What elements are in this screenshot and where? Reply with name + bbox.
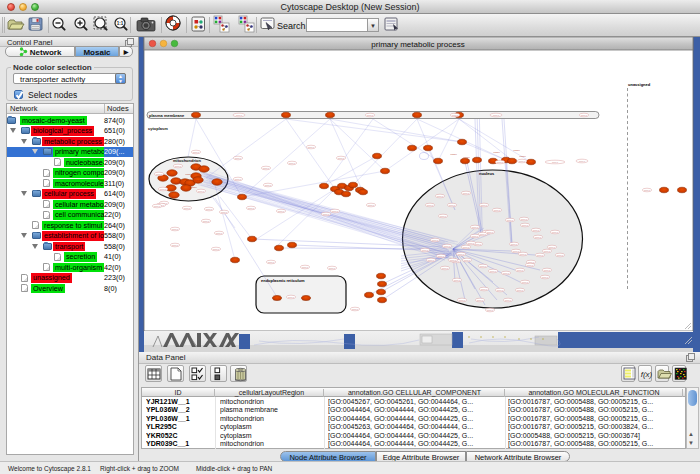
svg-text:Gma-1: Gma-1: [549, 246, 556, 248]
svg-text:Gma-1: Gma-1: [463, 192, 470, 194]
svg-text:xGOxx: xGOxx: [185, 173, 193, 175]
svg-text:Gma-1: Gma-1: [268, 261, 275, 263]
svg-text:primary metabolic process: primary metabolic process: [371, 40, 464, 49]
svg-text:Gma-1: Gma-1: [263, 167, 270, 169]
svg-text:Gma-1: Gma-1: [472, 235, 479, 237]
svg-text:Gma-1: Gma-1: [459, 299, 466, 301]
svg-text:Gma-1: Gma-1: [519, 160, 526, 162]
svg-text:1:1: 1:1: [117, 21, 124, 26]
svg-text:Gma-1: Gma-1: [329, 267, 336, 269]
svg-text:Gma-1: Gma-1: [517, 289, 524, 291]
svg-text:Gma-1: Gma-1: [528, 261, 535, 263]
svg-text:Gma-1: Gma-1: [235, 157, 242, 159]
svg-text:xGOxx: xGOxx: [450, 153, 458, 155]
svg-text:xGOxx: xGOxx: [463, 156, 471, 158]
svg-text:Gma-1: Gma-1: [481, 204, 488, 206]
svg-text:Gma-1: Gma-1: [522, 224, 529, 226]
svg-text:Gma-1: Gma-1: [216, 232, 223, 234]
svg-text:Gma-1: Gma-1: [221, 211, 228, 213]
svg-text:Gma-1: Gma-1: [213, 248, 220, 250]
svg-text:Gma-1: Gma-1: [332, 210, 339, 212]
svg-text:Gma-1: Gma-1: [454, 279, 461, 281]
svg-text:Gma-1: Gma-1: [521, 218, 528, 220]
svg-text:Gma-1: Gma-1: [160, 188, 167, 190]
svg-text:Gma-1: Gma-1: [537, 254, 544, 256]
svg-text:Gma-1: Gma-1: [497, 289, 504, 291]
svg-text:Gma-1: Gma-1: [452, 114, 459, 116]
svg-text:xGOxx: xGOxx: [175, 182, 183, 184]
svg-text:Gma-1: Gma-1: [542, 276, 549, 278]
svg-text:Gma-1: Gma-1: [437, 195, 444, 197]
svg-text:Gma-1: Gma-1: [472, 226, 479, 228]
svg-text:Gma-1: Gma-1: [487, 231, 494, 233]
svg-text:Gma-1: Gma-1: [432, 239, 439, 241]
svg-text:Gma-1: Gma-1: [464, 259, 471, 261]
svg-text:Gma-1: Gma-1: [557, 254, 564, 256]
svg-text:xGOxx: xGOxx: [519, 155, 527, 157]
svg-text:Gma-1: Gma-1: [480, 265, 487, 267]
svg-text:Gma-1: Gma-1: [248, 207, 255, 209]
svg-text:Gma-1: Gma-1: [503, 272, 510, 274]
svg-text:Gma-1: Gma-1: [463, 246, 470, 248]
svg-text:Gma-1: Gma-1: [544, 269, 551, 271]
svg-text:Gma-1: Gma-1: [533, 229, 540, 231]
svg-text:Gma-1: Gma-1: [440, 215, 447, 217]
svg-text:Gma-1: Gma-1: [442, 267, 449, 269]
svg-text:Gma-1: Gma-1: [236, 114, 243, 116]
svg-text:Gma-1: Gma-1: [265, 184, 272, 186]
svg-text:Gma-1: Gma-1: [156, 173, 163, 175]
svg-text:Gma-1: Gma-1: [198, 190, 205, 192]
svg-text:Gma-1: Gma-1: [581, 114, 588, 116]
svg-text:Gma-1: Gma-1: [450, 259, 457, 261]
svg-text:Gma-1: Gma-1: [477, 299, 484, 301]
svg-text:Gma-1: Gma-1: [520, 253, 527, 255]
svg-text:Gma-1: Gma-1: [494, 209, 501, 211]
svg-text:Gma-1: Gma-1: [288, 296, 295, 298]
svg-text:Gma-1: Gma-1: [458, 253, 465, 255]
svg-text:Gma-1: Gma-1: [323, 213, 330, 215]
svg-text:Gma-1: Gma-1: [552, 231, 559, 233]
svg-text:Gma-1: Gma-1: [172, 228, 179, 230]
svg-text:Gma-1: Gma-1: [278, 210, 285, 212]
svg-text:Gma-1: Gma-1: [175, 165, 182, 167]
svg-text:Gma-1: Gma-1: [235, 178, 242, 180]
svg-text:Gma-1: Gma-1: [535, 236, 542, 238]
svg-text:xGOxx: xGOxx: [513, 149, 521, 151]
svg-text:mitochondrion: mitochondrion: [173, 158, 202, 163]
svg-text:Gma-1: Gma-1: [493, 114, 500, 116]
svg-text:xGOxx: xGOxx: [195, 179, 203, 181]
svg-text:Gma-1: Gma-1: [184, 207, 191, 209]
svg-text:Gma-1: Gma-1: [497, 161, 504, 163]
svg-text:Gma-1: Gma-1: [513, 250, 520, 252]
svg-text:Gma-1: Gma-1: [172, 244, 179, 246]
svg-text:nucleus: nucleus: [479, 171, 495, 176]
svg-text:Gma-1: Gma-1: [308, 146, 315, 148]
svg-text:Gma-1: Gma-1: [449, 204, 456, 206]
svg-text:xGOxx: xGOxx: [493, 151, 501, 153]
svg-text:Gma-1: Gma-1: [154, 205, 161, 207]
svg-text:Gma-1: Gma-1: [368, 204, 375, 206]
svg-text:Gma-1: Gma-1: [444, 245, 451, 247]
svg-text:xGOxx: xGOxx: [190, 186, 198, 188]
svg-text:Gma-1: Gma-1: [481, 288, 488, 290]
svg-text:Gma-1: Gma-1: [203, 220, 210, 222]
svg-text:Gma-1: Gma-1: [193, 151, 200, 153]
svg-text:Gma-1: Gma-1: [522, 281, 529, 283]
svg-text:Gma-1: Gma-1: [422, 249, 429, 251]
svg-text:Gma-1: Gma-1: [367, 114, 374, 116]
svg-text:Gma-1: Gma-1: [427, 204, 434, 206]
svg-text:Gma-1: Gma-1: [438, 255, 445, 257]
svg-text:Gma-1: Gma-1: [428, 259, 435, 261]
svg-text:Gma-1: Gma-1: [527, 264, 534, 266]
svg-text:f(x): f(x): [641, 370, 653, 379]
svg-text:Gma-1: Gma-1: [517, 269, 524, 271]
svg-text:Gma-1: Gma-1: [352, 308, 359, 310]
svg-text:cytoplasm: cytoplasm: [148, 126, 168, 131]
svg-text:Gma-1: Gma-1: [552, 161, 559, 163]
svg-text:Gma-1: Gma-1: [505, 299, 512, 301]
svg-text:Gma-1: Gma-1: [468, 242, 475, 244]
svg-text:Gma-1: Gma-1: [302, 266, 309, 268]
svg-text:Gma-1: Gma-1: [289, 162, 296, 164]
svg-text:Gma-1: Gma-1: [490, 270, 497, 272]
svg-text:Gma-1: Gma-1: [206, 208, 213, 210]
